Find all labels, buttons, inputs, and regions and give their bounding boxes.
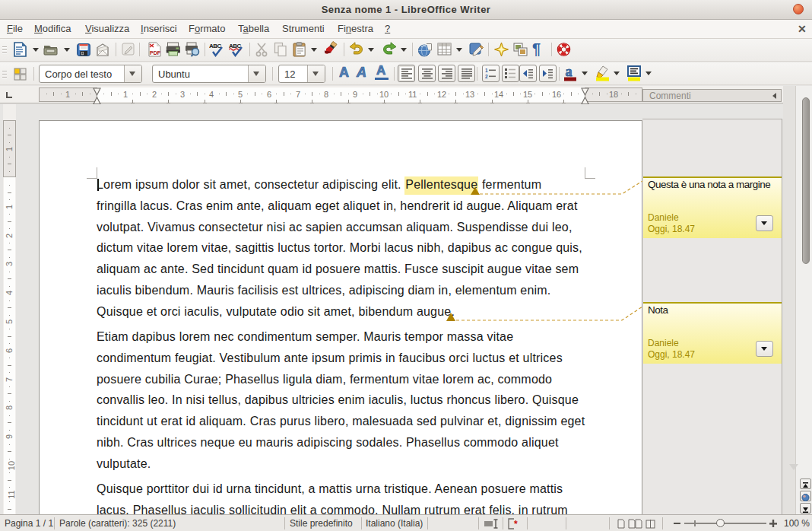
svg-text:a: a: [566, 65, 573, 79]
svg-text:ABC: ABC: [209, 43, 222, 49]
svg-text:PDF: PDF: [150, 50, 161, 56]
svg-text:*: *: [514, 519, 518, 529]
svg-text:1: 1: [485, 68, 488, 73]
svg-text:2: 2: [485, 74, 488, 79]
